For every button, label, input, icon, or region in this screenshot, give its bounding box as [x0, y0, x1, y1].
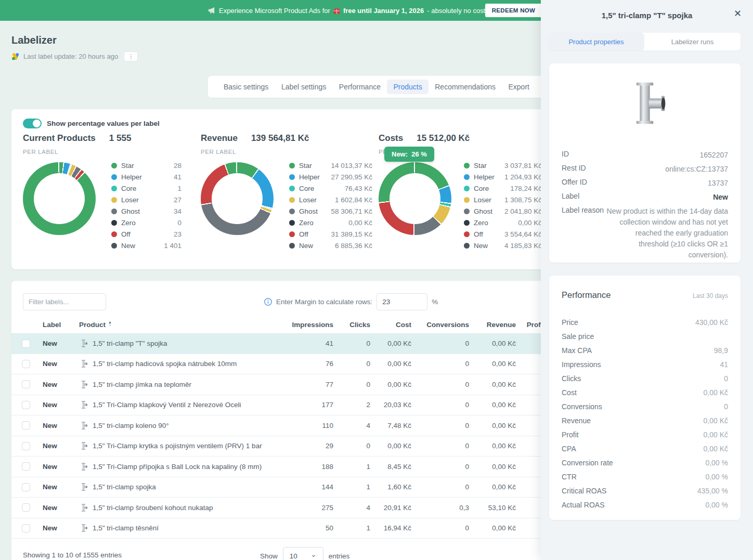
performance-card: Performance Last 30 days Price 430,00 Kč… [549, 276, 741, 520]
label-charts-card: Show percentage values per label Current… [11, 109, 545, 269]
row-checkbox[interactable] [22, 421, 30, 429]
legend-item[interactable]: Helper 27 290,95 Kč [289, 171, 372, 183]
table-row[interactable]: New 1,5" Tri-Clamp přípojka s Ball Lock … [11, 457, 545, 477]
metric-value: 0,00 % [705, 459, 728, 467]
main-tab[interactable]: Performance [333, 80, 387, 94]
sort-icon: ▲▼ [108, 321, 112, 327]
table-row[interactable]: New 1,5" Tri-Clamp klapkový Ventil z Ner… [11, 395, 545, 416]
legend-item[interactable]: Ghost 58 306,71 Kč [289, 205, 372, 217]
legend-value: 6 885,36 Kč [335, 242, 372, 250]
legend-item[interactable]: Star 28 [111, 160, 181, 171]
metric-value: 0 [724, 374, 728, 383]
column-header-impressions[interactable]: Impressions [275, 321, 333, 329]
column-header-clicks[interactable]: Clicks [333, 321, 370, 329]
legend-item[interactable]: New 1 401 [111, 240, 181, 251]
table-row[interactable]: New 1,5" tri-clamp jímka na teploměr 77 … [11, 374, 545, 395]
revenue-donut-chart[interactable] [201, 162, 274, 235]
column-header-cost[interactable]: Cost [370, 321, 411, 329]
more-options-button[interactable]: ⋮ [124, 51, 138, 61]
legend-dot [464, 186, 470, 191]
row-label-badge: New [43, 442, 79, 450]
legend-label: New [299, 242, 313, 250]
table-row[interactable]: New 1,5" Tri-Clamp krytka s pojistným ve… [11, 436, 545, 457]
legend-item[interactable]: Zero 0 [111, 217, 181, 228]
cell-cost: 1,60 Kč [370, 483, 411, 491]
filter-labels-input[interactable] [23, 293, 106, 310]
margin-input[interactable] [377, 293, 427, 310]
row-checkbox[interactable] [22, 401, 30, 409]
product-thumbnail [79, 524, 88, 532]
page-size-select[interactable]: 10 ⌄ [283, 547, 323, 560]
cell-impressions: 77 [275, 381, 333, 388]
row-checkbox[interactable] [22, 442, 30, 450]
row-checkbox[interactable] [22, 462, 30, 471]
column-header-label[interactable]: Label [43, 321, 79, 329]
column-header-product[interactable]: Product▲▼ [79, 321, 275, 329]
row-checkbox[interactable] [22, 524, 30, 532]
legend-item[interactable]: Loser 1 602,84 Kč [289, 194, 372, 205]
main-tab[interactable]: Export [502, 80, 536, 94]
panel-tab[interactable]: Product properties [548, 33, 644, 50]
legend-item[interactable]: Off 3 554,64 Kč [464, 228, 542, 240]
legend-item[interactable]: Ghost 34 [111, 205, 181, 217]
legend-item[interactable]: New 4 185,83 Kč [464, 240, 542, 251]
row-checkbox[interactable] [22, 380, 30, 388]
legend-value: 0,00 Kč [518, 219, 542, 227]
legend-dot [111, 163, 117, 168]
legend-label: Star [474, 162, 487, 170]
cell-revenue: 0,00 Kč [469, 340, 516, 347]
table-row[interactable]: New 1,5" tri-clamp koleno 90° 110 4 7,48… [11, 415, 545, 436]
legend-value: 14 013,37 Kč [331, 162, 372, 170]
panel-tab[interactable]: Labelizer runs [644, 33, 741, 50]
cell-cost: 0,00 Kč [370, 442, 411, 450]
legend-label: Helper [474, 173, 495, 181]
legend-item[interactable]: New 6 885,36 Kč [289, 240, 372, 251]
column-header-conversions[interactable]: Conversions [411, 321, 469, 329]
products-donut-chart[interactable] [23, 162, 96, 235]
legend-item[interactable]: Off 31 389,15 Kč [289, 228, 372, 240]
legend-item[interactable]: Zero 0,00 Kč [464, 217, 542, 228]
performance-row: Max CPA 98,9 [562, 343, 728, 357]
legend-item[interactable]: Off 23 [111, 228, 181, 240]
close-icon[interactable]: ✕ [734, 9, 742, 18]
table-row[interactable]: New 1,5" tri-clamp "T" spojka 41 0 0,00 … [11, 333, 545, 354]
table-row[interactable]: New 1,5" tri-clamp těsnění 50 1 16,94 Kč… [11, 518, 545, 539]
row-checkbox[interactable] [22, 483, 30, 491]
legend-item[interactable]: Core 1 [111, 183, 181, 194]
legend-label: Zero [474, 219, 488, 227]
table-row[interactable]: New 1,5" tri-clamp šroubení kohout nukat… [11, 498, 545, 518]
main-tabbar: Basic settings Label settings Performanc… [208, 76, 545, 98]
cell-conversions: 0 [411, 381, 469, 388]
main-tab[interactable]: Recommendations [429, 80, 502, 94]
main-tab[interactable]: Label settings [275, 80, 332, 94]
table-row[interactable]: New 1,5" tri-clamp hadicová spojka nátru… [11, 354, 545, 375]
legend-item[interactable]: Loser 27 [111, 194, 181, 205]
cell-clicks: 0 [333, 381, 370, 388]
legend-item[interactable]: Helper 41 [111, 171, 181, 183]
row-checkbox[interactable] [22, 340, 30, 348]
cell-revenue: 0,00 Kč [469, 463, 516, 471]
legend-item[interactable]: Ghost 2 041,80 Kč [464, 205, 542, 217]
legend-item[interactable]: Star 3 037,81 Kč [464, 160, 542, 171]
legend-item[interactable]: Core 76,43 Kč [289, 183, 372, 194]
cell-conversions: 0 [411, 463, 469, 471]
chart-subtitle: PER LABEL [23, 149, 194, 155]
legend-dot [289, 186, 295, 191]
legend-item[interactable]: Star 14 013,37 Kč [289, 160, 372, 171]
main-tab[interactable]: Basic settings [217, 80, 275, 94]
legend-item[interactable]: Loser 1 308,75 Kč [464, 194, 542, 205]
row-checkbox[interactable] [22, 360, 30, 368]
legend-item[interactable]: Core 178,24 Kč [464, 183, 542, 194]
percentage-toggle[interactable] [23, 119, 42, 128]
legend-dot [289, 197, 295, 203]
costs-donut-chart[interactable] [379, 162, 451, 235]
row-checkbox[interactable] [22, 503, 30, 512]
legend-item[interactable]: Helper 1 204,93 Kč [464, 171, 542, 183]
property-value: 13737 [708, 178, 728, 189]
redeem-now-button[interactable]: REDEEM NOW [485, 4, 542, 17]
performance-row: Cost 0,00 Kč [562, 385, 728, 399]
legend-item[interactable]: Zero 0,00 Kč [289, 217, 372, 228]
main-tab[interactable]: Products [387, 80, 428, 94]
table-row[interactable]: New 1,5" tri-clamp spojka 144 1 1,60 Kč … [11, 477, 545, 498]
column-header-revenue[interactable]: Revenue [469, 321, 516, 329]
